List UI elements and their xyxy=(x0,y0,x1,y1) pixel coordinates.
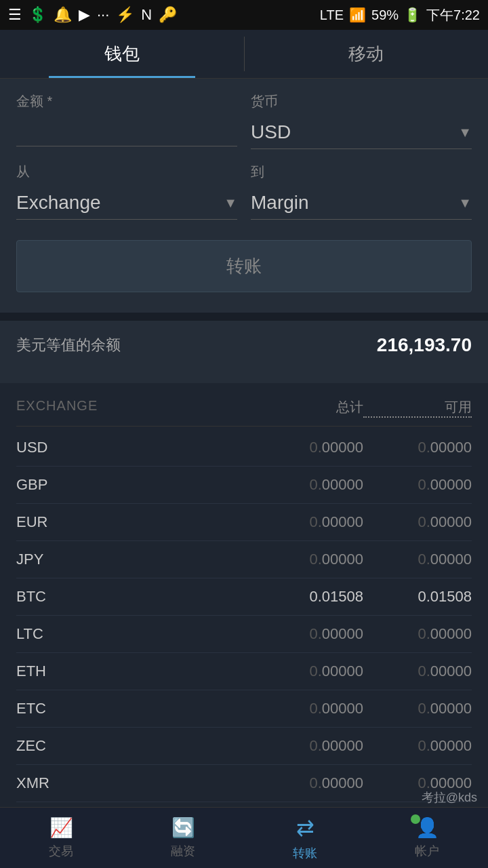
table-row: BTC 0.01508 0.01508 xyxy=(16,578,472,616)
tab-wallet[interactable]: 钱包 xyxy=(0,30,244,78)
send-icon: ▶ xyxy=(79,6,90,24)
table-row: GBP 0.00000 0.00000 xyxy=(16,467,472,504)
currency-name: BTC xyxy=(16,588,255,606)
nav-account-label: 帐户 xyxy=(415,843,439,859)
to-group: 到 Margin ▼ xyxy=(251,163,472,220)
from-dropdown-arrow: ▼ xyxy=(224,195,237,211)
form-row-from-to: 从 Exchange ▼ 到 Margin ▼ xyxy=(16,163,472,220)
nav-transfer[interactable]: ⇄ 转账 xyxy=(244,808,366,868)
trade-icon: 📈 xyxy=(49,816,73,839)
currency-available: 0.00000 xyxy=(363,551,472,568)
currency-name: ETH xyxy=(16,663,255,680)
form-section: 金额 * 货币 USD ▼ 从 Exchange ▼ xyxy=(0,79,488,313)
bluetooth-icon: ⚡ xyxy=(116,6,134,24)
currency-name: LTC xyxy=(16,625,255,643)
table-row: ZEC 0.00000 0.00000 xyxy=(16,728,472,765)
currency-available: 0.00000 xyxy=(363,439,472,456)
tab-move[interactable]: 移动 xyxy=(245,30,489,78)
account-dot xyxy=(411,814,420,824)
transfer-icon: ⇄ xyxy=(296,815,314,841)
to-value: Margin xyxy=(251,192,309,214)
exchange-rows: USD 0.00000 0.00000 GBP 0.00000 0.00000 … xyxy=(16,429,472,868)
from-select[interactable]: Exchange ▼ xyxy=(16,186,237,220)
time-display: 下午7:22 xyxy=(426,6,480,24)
table-row: XMR 0.00000 0.00000 xyxy=(16,765,472,802)
currency-name: USD xyxy=(16,439,255,456)
menu-icon: ☰ xyxy=(8,6,22,24)
currency-label: 货币 xyxy=(251,92,472,111)
table-row: USD 0.00000 0.00000 xyxy=(16,429,472,467)
currency-total: 0.00000 xyxy=(255,625,363,643)
currency-total: 0.00000 xyxy=(255,551,363,568)
table-row: ETC 0.00000 0.00000 xyxy=(16,690,472,728)
from-label: 从 xyxy=(16,163,237,181)
nav-finance[interactable]: 🔄 融资 xyxy=(122,808,244,868)
currency-available: 0.00000 xyxy=(363,625,472,643)
currency-name: ZEC xyxy=(16,737,255,755)
currency-value: USD xyxy=(251,121,291,143)
nav-account[interactable]: 👤 帐户 xyxy=(366,808,488,868)
tab-header: 钱包 移动 xyxy=(0,30,488,79)
currency-available: 0.00000 xyxy=(363,700,472,717)
amount-group: 金额 * xyxy=(16,92,237,149)
battery-text: 59% xyxy=(371,7,399,23)
currency-name: GBP xyxy=(16,476,255,494)
currency-dropdown-arrow: ▼ xyxy=(458,125,472,140)
currency-available: 0.00000 xyxy=(363,513,472,531)
balance-value: 216,193.70 xyxy=(377,334,472,356)
available-header: 可用 xyxy=(363,398,472,418)
status-right-info: LTE 📶 59% 🔋 下午7:22 xyxy=(320,6,480,24)
amount-label: 金额 * xyxy=(16,92,237,111)
transfer-button[interactable]: 转账 xyxy=(16,240,472,292)
exchange-title: EXCHANGE xyxy=(16,398,255,418)
to-select[interactable]: Margin ▼ xyxy=(251,186,472,220)
lte-icon: LTE xyxy=(320,7,344,23)
key-icon: 🔑 xyxy=(159,6,177,24)
currency-available: 0.00000 xyxy=(363,737,472,755)
currency-total: 0.00000 xyxy=(255,476,363,494)
to-dropdown-arrow: ▼ xyxy=(458,195,472,211)
from-value: Exchange xyxy=(16,192,101,214)
table-row: EUR 0.00000 0.00000 xyxy=(16,504,472,541)
watermark: 考拉@kds xyxy=(422,789,477,806)
currency-name: JPY xyxy=(16,551,255,568)
nav-trade-label: 交易 xyxy=(49,843,73,859)
to-label: 到 xyxy=(251,163,472,181)
currency-total: 0.00000 xyxy=(255,700,363,717)
nav-transfer-label: 转账 xyxy=(293,845,317,861)
exchange-section: EXCHANGE 总计 可用 USD 0.00000 0.00000 GBP 0… xyxy=(0,383,488,868)
currency-total: 0.01508 xyxy=(255,588,363,606)
currency-available: 0.01508 xyxy=(363,588,472,606)
currency-total: 0.00000 xyxy=(255,513,363,531)
currency-total: 0.00000 xyxy=(255,774,363,792)
balance-label: 美元等值的余额 xyxy=(16,335,121,355)
currency-group: 货币 USD ▼ xyxy=(251,92,472,149)
nfc-icon: N xyxy=(141,6,152,24)
table-row: ETH 0.00000 0.00000 xyxy=(16,653,472,690)
status-bar: ☰ 💲 🔔 ▶ ··· ⚡ N 🔑 LTE 📶 59% 🔋 下午7:22 xyxy=(0,0,488,30)
currency-available: 0.00000 xyxy=(363,663,472,680)
status-left-icons: ☰ 💲 🔔 ▶ ··· ⚡ N 🔑 xyxy=(8,6,177,24)
section-divider xyxy=(0,313,488,321)
bottom-nav: 📈 交易 🔄 融资 ⇄ 转账 👤 帐户 xyxy=(0,807,488,868)
signal-icon: 📶 xyxy=(349,7,366,23)
total-header: 总计 xyxy=(255,398,363,418)
currency-total: 0.00000 xyxy=(255,439,363,456)
table-row: JPY 0.00000 0.00000 xyxy=(16,541,472,578)
currency-total: 0.00000 xyxy=(255,663,363,680)
balance-row: 美元等值的余额 216,193.70 xyxy=(16,334,472,356)
currency-select[interactable]: USD ▼ xyxy=(251,116,472,149)
exchange-table-header: EXCHANGE 总计 可用 xyxy=(16,390,472,427)
nav-trade[interactable]: 📈 交易 xyxy=(0,808,122,868)
app-icon: 💲 xyxy=(28,6,47,24)
currency-name: EUR xyxy=(16,513,255,531)
finance-icon: 🔄 xyxy=(171,816,195,839)
currency-available: 0.00000 xyxy=(363,476,472,494)
currency-name: ETC xyxy=(16,700,255,717)
balance-section: 美元等值的余额 216,193.70 xyxy=(0,321,488,383)
more-icon: ··· xyxy=(97,6,109,24)
battery-icon: 🔋 xyxy=(404,7,421,23)
currency-name: XMR xyxy=(16,774,255,792)
amount-input[interactable] xyxy=(16,116,237,146)
from-group: 从 Exchange ▼ xyxy=(16,163,237,220)
